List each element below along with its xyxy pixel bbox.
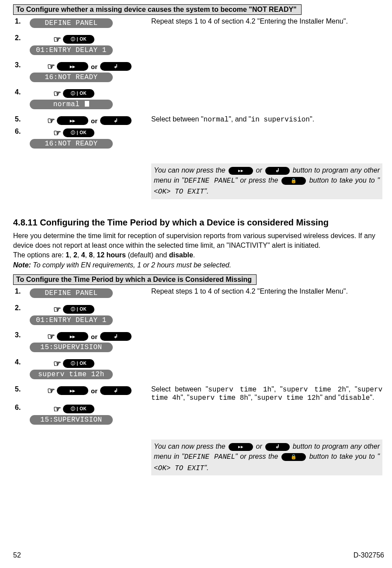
section2-title: To Configure the Time Period by which a … — [13, 274, 257, 285]
lock-button-icon — [281, 453, 306, 461]
section2-steps: 1. DEFINE PANEL Repeat steps 1 to 4 of s… — [13, 287, 384, 476]
step-number: 2. — [13, 303, 28, 330]
lcd-display: DEFINE PANEL — [30, 288, 113, 298]
doc-id: D-302756 — [354, 551, 384, 559]
pointing-hand-icon: ☞ — [47, 62, 55, 71]
pointing-hand-icon: ☞ — [53, 359, 61, 368]
step-number: 6. — [13, 127, 28, 154]
forward-button-icon — [57, 332, 88, 341]
enter-button-icon — [265, 443, 290, 451]
step-description: Repeat steps 1 to 4 of section 4.2 "Ente… — [149, 287, 384, 303]
or-text: or — [90, 333, 98, 340]
navigation-note: You can now press the or button to progr… — [151, 440, 382, 475]
pointing-hand-icon: ☞ — [53, 89, 61, 98]
note-line: Note: To comply with EN requirements, 1 … — [13, 260, 384, 270]
step-number: 1. — [13, 17, 28, 33]
pointing-hand-icon: ☞ — [47, 332, 55, 341]
enter-button-icon — [100, 332, 132, 341]
ok-button-icon — [63, 35, 94, 44]
lcd-display: 16:NOT READY — [30, 139, 113, 149]
lcd-display: normal — [30, 100, 113, 109]
body-paragraph: Here you determine the time limit for re… — [13, 231, 384, 251]
subsection-heading: 4.8.11 Configuring the Time Period by wh… — [13, 218, 384, 228]
step-number: 4. — [13, 87, 28, 114]
step-number: 2. — [13, 33, 28, 60]
forward-button-icon — [57, 116, 88, 125]
pointing-hand-icon: ☞ — [53, 128, 61, 137]
pointing-hand-icon: ☞ — [53, 405, 61, 413]
step-number: 3. — [13, 60, 28, 87]
pointing-hand-icon: ☞ — [53, 305, 61, 314]
step-description: Select between "superv time 1h", "superv… — [149, 384, 384, 403]
enter-button-icon — [100, 62, 132, 71]
step-description: Select between "normal", and "in supervi… — [149, 114, 384, 127]
lcd-display: 15:SUPERVISION — [30, 343, 113, 352]
lock-button-icon — [281, 177, 306, 185]
section1-title: To Configure whether a missing device ca… — [13, 4, 302, 15]
enter-button-icon — [100, 386, 132, 395]
or-text: or — [90, 117, 98, 125]
step-number: 3. — [13, 330, 28, 357]
lcd-display: 16:NOT READY — [30, 73, 113, 82]
step-number: 6. — [13, 403, 28, 430]
pointing-hand-icon: ☞ — [47, 386, 55, 395]
lcd-display: superv time 12h — [30, 370, 113, 379]
forward-button-icon — [229, 167, 253, 175]
page-number: 52 — [13, 551, 21, 559]
lcd-display: DEFINE PANEL — [30, 18, 113, 28]
or-text: or — [90, 387, 98, 395]
ok-button-icon — [63, 305, 94, 314]
ok-button-icon — [63, 89, 94, 98]
or-text: or — [90, 63, 98, 70]
lcd-display: 01:ENTRY DELAY 1 — [30, 315, 113, 325]
ok-button-icon — [63, 359, 94, 368]
section1-steps: 1. DEFINE PANEL Repeat steps 1 to 4 of s… — [13, 17, 384, 200]
body-paragraph: The options are: 1, 2, 4, 8, 12 hours (d… — [13, 250, 384, 260]
navigation-note: You can now press the or button to progr… — [151, 163, 382, 199]
pointing-hand-icon: ☞ — [47, 116, 55, 125]
forward-button-icon — [229, 443, 253, 451]
enter-button-icon — [265, 167, 290, 175]
forward-button-icon — [57, 386, 88, 395]
forward-button-icon — [57, 62, 88, 71]
lcd-display: 01:ENTRY DELAY 1 — [30, 45, 113, 55]
step-number: 5. — [13, 114, 28, 127]
ok-button-icon — [63, 405, 94, 413]
ok-button-icon — [63, 128, 94, 137]
step-number: 4. — [13, 357, 28, 384]
step-description: Repeat steps 1 to 4 of section 4.2 "Ente… — [149, 17, 384, 33]
pointing-hand-icon: ☞ — [53, 35, 61, 44]
step-number: 5. — [13, 384, 28, 403]
step-number: 1. — [13, 287, 28, 303]
cursor-block-icon — [85, 101, 89, 107]
lcd-display: 15:SUPERVISION — [30, 415, 113, 425]
enter-button-icon — [100, 116, 132, 125]
